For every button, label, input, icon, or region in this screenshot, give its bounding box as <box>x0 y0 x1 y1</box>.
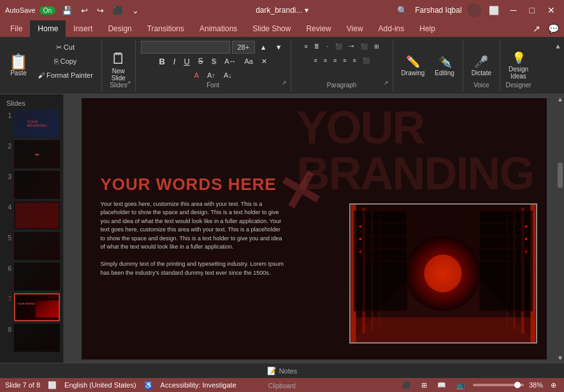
paste-icon: 📋 <box>9 54 28 69</box>
align-right-button[interactable]: ≡ <box>331 55 339 66</box>
clear-formatting-button[interactable]: ✕ <box>258 55 270 68</box>
undo-button[interactable]: ↩ <box>78 4 90 17</box>
redo-button[interactable]: ↪ <box>94 4 106 17</box>
font-case-button[interactable]: Aa <box>242 55 256 68</box>
ribbon-collapse-button[interactable]: ▲ <box>552 40 564 52</box>
slide-thumb-6[interactable]: 6 <box>3 263 61 291</box>
slide-thumb-7[interactable]: 7 YOURBRAND YOUR WORDS <box>3 293 61 321</box>
drawing-group: ✏️ Drawing ✒️ Editing <box>393 40 463 91</box>
title-dropdown-icon[interactable]: ▾ <box>305 6 308 15</box>
list-numbers-button[interactable]: ≣ <box>312 41 322 52</box>
scrollbar-thumb[interactable] <box>558 163 563 188</box>
slide-thumb-8[interactable]: 8 <box>3 324 61 352</box>
font-color-button[interactable]: A <box>191 69 202 82</box>
slides-expand-icon[interactable]: ↗ <box>124 78 134 87</box>
zoom-thumb[interactable] <box>514 382 521 388</box>
slide-thumb-5[interactable]: 5 <box>3 232 61 260</box>
tab-review[interactable]: Review <box>298 20 338 37</box>
paste-button[interactable]: 📋 Paste <box>5 41 32 90</box>
slides-panel: Slides 1 YOURBRANDING 2 ■■ 3 4 <box>0 94 64 363</box>
columns2-button[interactable]: ⬛ <box>360 55 372 66</box>
slide-thumb-4[interactable]: 4 <box>3 201 61 229</box>
ribbon-display-button[interactable]: ⬜ <box>486 4 502 17</box>
shadow-button[interactable]: S <box>208 55 219 68</box>
slide-num-3: 3 <box>3 173 11 180</box>
list-indent-button[interactable]: ⬝ <box>323 41 331 52</box>
more-button[interactable]: ⌄ <box>129 4 141 17</box>
slide-thumb-preview-5[interactable] <box>14 232 60 260</box>
paragraph-expand-icon[interactable]: ↗ <box>381 78 391 87</box>
slide-thumb-preview-1[interactable]: YOURBRANDING <box>14 110 60 138</box>
slide-canvas[interactable]: YOUR BRANDING YOUR WORDS HERE ✕ Your tex… <box>82 98 547 359</box>
smart-art-button[interactable]: ⊞ <box>372 41 382 52</box>
zoom-slider[interactable] <box>473 384 524 386</box>
notes-bar[interactable]: 📝 Notes <box>0 363 564 378</box>
list-bullets-button[interactable]: ≡ <box>301 41 310 52</box>
tab-design[interactable]: Design <box>100 20 139 37</box>
char-spacing-button[interactable]: A↔ <box>221 55 239 68</box>
autosave-toggle[interactable]: On <box>40 6 55 15</box>
slide-main-title[interactable]: YOUR WORDS HERE <box>101 175 277 194</box>
format-painter-button[interactable]: 🖌 Format Painter <box>34 69 96 82</box>
text-direction-button[interactable]: ⭲ <box>346 41 357 52</box>
save-button[interactable]: 💾 <box>59 4 75 17</box>
tab-transitions[interactable]: Transitions <box>140 20 192 37</box>
copy-button[interactable]: ⎘ Copy <box>34 55 96 68</box>
tab-animations[interactable]: Animations <box>192 20 245 37</box>
slide-body-text-1[interactable]: Your text goes here, customize this area… <box>101 200 286 278</box>
drawing-icon: ✏️ <box>406 55 420 69</box>
tab-file[interactable]: File <box>3 20 30 37</box>
v-scrollbar[interactable]: ▲ ▼ <box>556 94 564 363</box>
editing-icon: ✒️ <box>438 55 452 69</box>
share-button[interactable]: ↗ <box>530 22 543 35</box>
scroll-up-arrow[interactable]: ▲ <box>556 94 564 104</box>
clipboard-sub: ✂ Cut ⎘ Copy 🖌 Format Painter <box>34 41 96 90</box>
columns-button[interactable]: ⬛ <box>333 41 345 52</box>
tab-slideshow[interactable]: Slide Show <box>245 20 298 37</box>
tab-insert[interactable]: Insert <box>66 20 100 37</box>
cut-button[interactable]: ✂ Cut <box>34 41 96 54</box>
bold-button[interactable]: B <box>155 55 168 68</box>
slide-thumb-2[interactable]: 2 ■■ <box>3 140 61 168</box>
underline-button[interactable]: U <box>180 55 192 68</box>
search-icon[interactable]: 🔍 <box>394 4 410 17</box>
justify-button[interactable]: ≡ <box>340 55 349 66</box>
autosave-label: AutoSave <box>5 6 36 14</box>
font-size-input[interactable] <box>232 41 255 54</box>
font-size-decrease-button[interactable]: ▼ <box>272 41 286 54</box>
tab-addins[interactable]: Add-ins <box>371 20 412 37</box>
slide-thumb-preview-7[interactable]: YOURBRAND YOUR WORDS <box>14 293 60 321</box>
font-row-3: A A↑ A↓ <box>191 69 235 82</box>
slide-thumb-1[interactable]: 1 YOURBRANDING <box>3 110 61 138</box>
text-align-button[interactable]: ⬛ <box>358 41 370 52</box>
slide-bg-text: YOUR BRANDING <box>297 105 534 196</box>
font-size-increase-button[interactable]: ▲ <box>257 41 270 54</box>
customize-button[interactable]: ⬛ <box>110 4 126 17</box>
align-left-button[interactable]: ≡ <box>311 55 319 66</box>
font-expand-icon[interactable]: ↗ <box>279 78 289 87</box>
tab-help[interactable]: Help <box>412 20 443 37</box>
editing-button[interactable]: ✒️ Editing <box>431 44 458 87</box>
tab-home[interactable]: Home <box>30 20 66 37</box>
slide-thumb-3[interactable]: 3 <box>3 171 61 199</box>
slide-thumb-preview-4[interactable] <box>14 201 60 229</box>
close-button[interactable]: ✕ <box>544 4 559 17</box>
slide-thumb-preview-6[interactable] <box>14 263 60 291</box>
font-size-small-decrease-button[interactable]: A↓ <box>221 69 235 82</box>
slide-image[interactable] <box>349 203 537 344</box>
font-family-input[interactable] <box>141 41 230 54</box>
maximize-button[interactable]: □ <box>526 4 539 17</box>
align-center-button[interactable]: ≡ <box>321 55 329 66</box>
minimize-button[interactable]: ─ <box>507 4 521 17</box>
slide-thumb-preview-2[interactable]: ■■ <box>14 140 60 168</box>
tab-view[interactable]: View <box>339 20 371 37</box>
font-size-small-button[interactable]: A↑ <box>204 69 219 82</box>
slide-thumb-preview-3[interactable] <box>14 171 60 199</box>
comments-button[interactable]: 💬 <box>546 22 561 35</box>
scroll-down-arrow[interactable]: ▼ <box>556 353 564 363</box>
slide-thumb-preview-8[interactable] <box>14 324 60 352</box>
drawing-button[interactable]: ✏️ Drawing <box>398 44 428 87</box>
italic-button[interactable]: I <box>170 55 179 68</box>
strikethrough-button[interactable]: S <box>195 55 206 68</box>
line-spacing-button[interactable]: ≡ <box>350 55 358 66</box>
